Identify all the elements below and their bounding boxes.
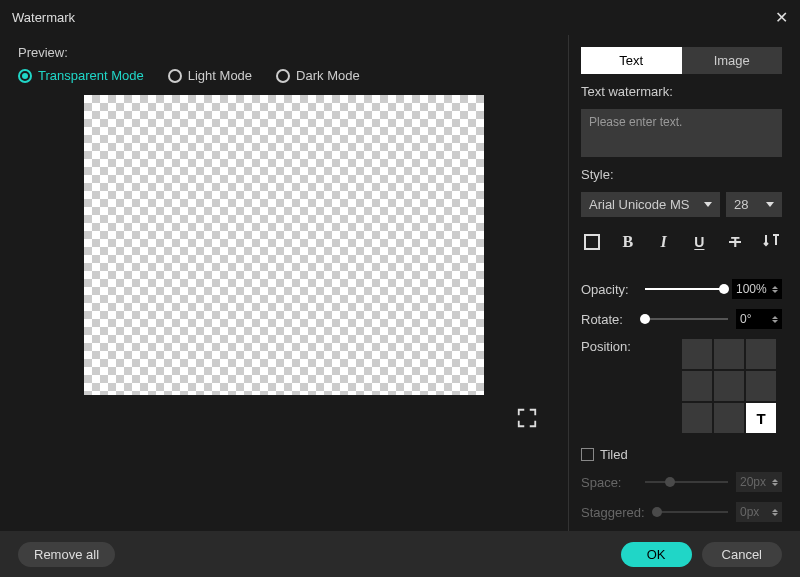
vertical-text-button[interactable] <box>760 231 782 253</box>
radio-icon <box>168 69 182 83</box>
spinner-icon <box>772 509 778 516</box>
space-value-box: 20px <box>736 472 782 492</box>
tab-image[interactable]: Image <box>682 47 783 74</box>
text-watermark-input[interactable] <box>581 109 782 157</box>
expand-icon <box>516 407 538 429</box>
opacity-value: 100% <box>736 282 767 296</box>
strikethrough-icon: T <box>731 234 740 250</box>
spinner-icon <box>772 316 778 323</box>
opacity-label: Opacity: <box>581 282 637 297</box>
italic-button[interactable]: I <box>653 231 675 253</box>
font-value: Arial Unicode MS <box>589 197 689 212</box>
bold-button[interactable]: B <box>617 231 639 253</box>
rotate-label: Rotate: <box>581 312 637 327</box>
underline-icon: U <box>694 234 704 250</box>
underline-button[interactable]: U <box>688 231 710 253</box>
tabs: Text Image <box>581 47 782 74</box>
mode-label: Transparent Mode <box>38 68 144 83</box>
preview-label: Preview: <box>18 45 550 60</box>
space-slider <box>645 476 728 488</box>
expand-button[interactable] <box>516 407 538 433</box>
rotate-slider[interactable] <box>645 313 728 325</box>
opacity-slider[interactable] <box>645 283 724 295</box>
tiled-checkbox[interactable] <box>581 448 594 461</box>
vertical-text-icon <box>762 233 780 251</box>
position-cell-mr[interactable] <box>746 371 776 401</box>
text-color-button[interactable] <box>581 231 603 253</box>
right-pane: Text Image Text watermark: Style: Arial … <box>568 35 800 531</box>
staggered-value: 0px <box>740 505 759 519</box>
position-cell-ml[interactable] <box>682 371 712 401</box>
left-pane: Preview: Transparent Mode Light Mode Dar… <box>0 35 568 531</box>
position-row: Position: T <box>581 339 782 433</box>
font-size-value: 28 <box>734 197 748 212</box>
position-cell-mc[interactable] <box>714 371 744 401</box>
font-select[interactable]: Arial Unicode MS <box>581 192 720 217</box>
tiled-row: Tiled <box>581 447 782 462</box>
font-size-select[interactable]: 28 <box>726 192 782 217</box>
position-label: Position: <box>581 339 631 433</box>
color-icon <box>584 234 600 250</box>
preview-modes: Transparent Mode Light Mode Dark Mode <box>18 68 550 83</box>
rotate-row: Rotate: 0° <box>581 309 782 329</box>
chevron-down-icon <box>766 202 774 207</box>
radio-icon <box>276 69 290 83</box>
position-grid: T <box>682 339 776 433</box>
tiled-label: Tiled <box>600 447 628 462</box>
canvas-wrap <box>18 95 550 395</box>
preview-canvas[interactable] <box>84 95 484 395</box>
position-cell-tc[interactable] <box>714 339 744 369</box>
position-selected-glyph: T <box>756 410 765 427</box>
staggered-value-box: 0px <box>736 502 782 522</box>
opacity-row: Opacity: 100% <box>581 279 782 299</box>
italic-icon: I <box>660 233 666 251</box>
strikethrough-button[interactable]: T <box>724 231 746 253</box>
position-cell-tr[interactable] <box>746 339 776 369</box>
position-cell-br[interactable]: T <box>746 403 776 433</box>
spinner-icon <box>772 286 778 293</box>
space-row: Space: 20px <box>581 472 782 492</box>
watermark-dialog: Watermark ✕ Preview: Transparent Mode Li… <box>0 0 800 577</box>
rotate-value-box[interactable]: 0° <box>736 309 782 329</box>
position-cell-tl[interactable] <box>682 339 712 369</box>
bold-icon: B <box>622 233 633 251</box>
opacity-value-box[interactable]: 100% <box>732 279 782 299</box>
mode-dark[interactable]: Dark Mode <box>276 68 360 83</box>
mode-label: Light Mode <box>188 68 252 83</box>
window-title: Watermark <box>12 10 75 25</box>
mode-label: Dark Mode <box>296 68 360 83</box>
footer: Remove all OK Cancel <box>0 531 800 577</box>
style-buttons: B I U T <box>581 231 782 253</box>
titlebar: Watermark ✕ <box>0 0 800 35</box>
spinner-icon <box>772 479 778 486</box>
style-row: Arial Unicode MS 28 <box>581 192 782 217</box>
staggered-row: Staggered: 0px <box>581 502 782 522</box>
tab-text[interactable]: Text <box>581 47 682 74</box>
close-icon[interactable]: ✕ <box>775 8 788 27</box>
position-cell-bc[interactable] <box>714 403 744 433</box>
position-cell-bl[interactable] <box>682 403 712 433</box>
staggered-label: Staggered: <box>581 505 649 520</box>
remove-all-button[interactable]: Remove all <box>18 542 115 567</box>
staggered-slider <box>657 506 728 518</box>
style-label: Style: <box>581 167 782 182</box>
ok-button[interactable]: OK <box>621 542 692 567</box>
chevron-down-icon <box>704 202 712 207</box>
space-label: Space: <box>581 475 637 490</box>
rotate-value: 0° <box>740 312 751 326</box>
text-watermark-label: Text watermark: <box>581 84 782 99</box>
mode-transparent[interactable]: Transparent Mode <box>18 68 144 83</box>
mode-light[interactable]: Light Mode <box>168 68 252 83</box>
cancel-button[interactable]: Cancel <box>702 542 782 567</box>
space-value: 20px <box>740 475 766 489</box>
content: Preview: Transparent Mode Light Mode Dar… <box>0 35 800 531</box>
radio-icon <box>18 69 32 83</box>
